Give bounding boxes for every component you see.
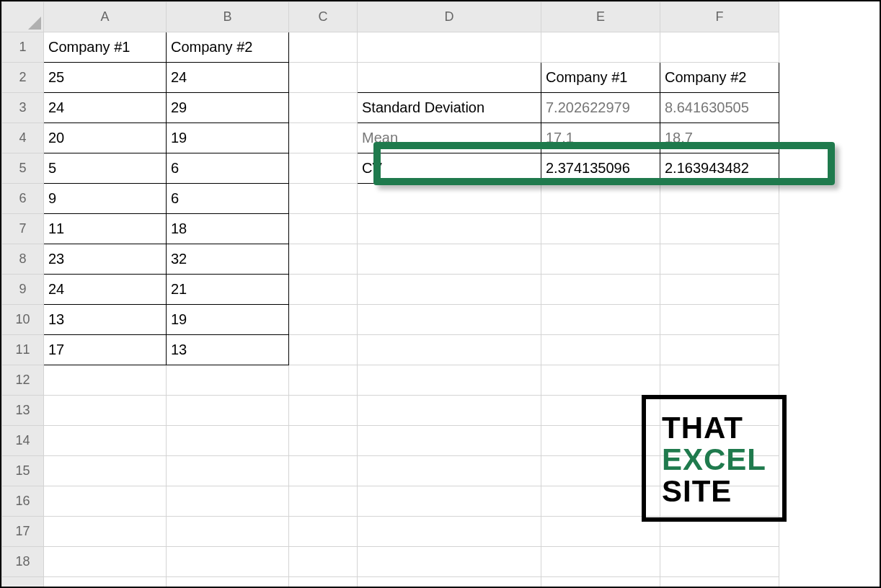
col-header-D[interactable]: D	[358, 2, 541, 32]
cell-A3[interactable]: 24	[44, 93, 167, 123]
cell-A17[interactable]	[44, 517, 167, 547]
cell-B7[interactable]: 18	[167, 214, 289, 244]
row-header-13[interactable]: 13	[2, 396, 44, 426]
cell-D1[interactable]	[358, 32, 541, 63]
cell-B10[interactable]: 19	[167, 305, 289, 335]
cell-C7[interactable]	[289, 214, 358, 244]
cell-E8[interactable]	[541, 244, 660, 275]
cell-B19[interactable]	[167, 577, 289, 589]
cell-A14[interactable]	[44, 426, 167, 456]
cell-A16[interactable]	[44, 486, 167, 517]
cell-C2[interactable]	[289, 63, 358, 93]
col-header-B[interactable]: B	[167, 2, 289, 32]
cell-F11[interactable]	[660, 335, 779, 365]
cell-C19[interactable]	[289, 577, 358, 589]
cell-F1[interactable]	[660, 32, 779, 63]
cell-F5[interactable]: 2.163943482	[660, 153, 779, 184]
cell-F10[interactable]	[660, 305, 779, 335]
col-header-E[interactable]: E	[541, 2, 660, 32]
cell-A10[interactable]: 13	[44, 305, 167, 335]
cell-E2[interactable]: Company #1	[541, 63, 660, 93]
cell-B16[interactable]	[167, 486, 289, 517]
col-header-F[interactable]: F	[660, 2, 779, 32]
row-header-10[interactable]: 10	[2, 305, 44, 335]
cell-B12[interactable]	[167, 365, 289, 396]
cell-C15[interactable]	[289, 456, 358, 486]
cell-C13[interactable]	[289, 396, 358, 426]
cell-C14[interactable]	[289, 426, 358, 456]
row-header-18[interactable]: 18	[2, 547, 44, 577]
cell-E10[interactable]	[541, 305, 660, 335]
cell-A19[interactable]	[44, 577, 167, 589]
cell-A9[interactable]: 24	[44, 275, 167, 305]
cell-C17[interactable]	[289, 517, 358, 547]
cell-C3[interactable]	[289, 93, 358, 123]
cell-C18[interactable]	[289, 547, 358, 577]
cell-E12[interactable]	[541, 365, 660, 396]
row-header-6[interactable]: 6	[2, 184, 44, 214]
cell-A1[interactable]: Company #1	[44, 32, 167, 63]
cell-A5[interactable]: 5	[44, 153, 167, 184]
cell-E11[interactable]	[541, 335, 660, 365]
cell-C6[interactable]	[289, 184, 358, 214]
cell-C11[interactable]	[289, 335, 358, 365]
cell-D17[interactable]	[358, 517, 541, 547]
cell-D7[interactable]	[358, 214, 541, 244]
cell-D10[interactable]	[358, 305, 541, 335]
cell-E1[interactable]	[541, 32, 660, 63]
cell-B18[interactable]	[167, 547, 289, 577]
row-header-12[interactable]: 12	[2, 365, 44, 396]
cell-D18[interactable]	[358, 547, 541, 577]
row-header-4[interactable]: 4	[2, 123, 44, 153]
cell-A7[interactable]: 11	[44, 214, 167, 244]
cell-E3[interactable]: 7.202622979	[541, 93, 660, 123]
row-header-8[interactable]: 8	[2, 244, 44, 275]
cell-E6[interactable]	[541, 184, 660, 214]
cell-B8[interactable]: 32	[167, 244, 289, 275]
cell-A8[interactable]: 23	[44, 244, 167, 275]
row-header-15[interactable]: 15	[2, 456, 44, 486]
row-header-7[interactable]: 7	[2, 214, 44, 244]
cell-B6[interactable]: 6	[167, 184, 289, 214]
cell-D3[interactable]: Standard Deviation	[358, 93, 541, 123]
row-header-17[interactable]: 17	[2, 517, 44, 547]
cell-F18[interactable]	[660, 547, 779, 577]
row-header-11[interactable]: 11	[2, 335, 44, 365]
cell-B15[interactable]	[167, 456, 289, 486]
row-header-1[interactable]: 1	[2, 32, 44, 63]
cell-C8[interactable]	[289, 244, 358, 275]
cell-D19[interactable]	[358, 577, 541, 589]
cell-D15[interactable]	[358, 456, 541, 486]
cell-B1[interactable]: Company #2	[167, 32, 289, 63]
row-header-9[interactable]: 9	[2, 275, 44, 305]
cell-F4[interactable]: 18.7	[660, 123, 779, 153]
cell-B2[interactable]: 24	[167, 63, 289, 93]
cell-E4[interactable]: 17.1	[541, 123, 660, 153]
cell-E9[interactable]	[541, 275, 660, 305]
cell-D5[interactable]: CV	[358, 153, 541, 184]
cell-A11[interactable]: 17	[44, 335, 167, 365]
cell-F12[interactable]	[660, 365, 779, 396]
cell-F8[interactable]	[660, 244, 779, 275]
cell-C5[interactable]	[289, 153, 358, 184]
cell-D13[interactable]	[358, 396, 541, 426]
cell-F9[interactable]	[660, 275, 779, 305]
cell-D14[interactable]	[358, 426, 541, 456]
cell-D8[interactable]	[358, 244, 541, 275]
cell-B17[interactable]	[167, 517, 289, 547]
cell-C4[interactable]	[289, 123, 358, 153]
row-header-14[interactable]: 14	[2, 426, 44, 456]
cell-A18[interactable]	[44, 547, 167, 577]
cell-B3[interactable]: 29	[167, 93, 289, 123]
cell-B11[interactable]: 13	[167, 335, 289, 365]
cell-C12[interactable]	[289, 365, 358, 396]
cell-A2[interactable]: 25	[44, 63, 167, 93]
cell-C10[interactable]	[289, 305, 358, 335]
cell-F3[interactable]: 8.641630505	[660, 93, 779, 123]
row-header-3[interactable]: 3	[2, 93, 44, 123]
cell-B14[interactable]	[167, 426, 289, 456]
cell-C16[interactable]	[289, 486, 358, 517]
cell-E7[interactable]	[541, 214, 660, 244]
cell-D9[interactable]	[358, 275, 541, 305]
cell-D11[interactable]	[358, 335, 541, 365]
